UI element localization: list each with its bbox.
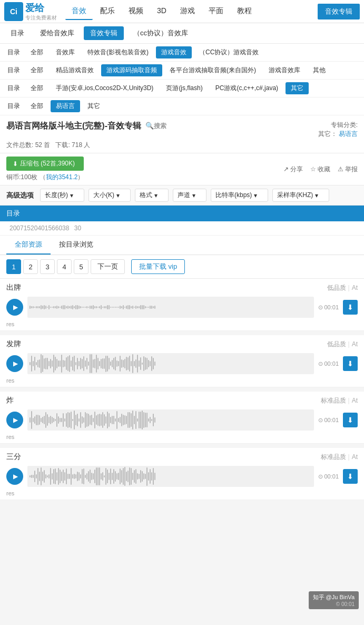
- coins-link[interactable]: 我的3541.2: [46, 173, 78, 181]
- filter-label-1[interactable]: 目录: [4, 46, 23, 58]
- nav-item-music[interactable]: 配乐: [94, 3, 121, 20]
- filter-all-2[interactable]: 全部: [25, 64, 48, 76]
- filter-premium[interactable]: 精品游戏音效: [51, 64, 99, 76]
- page-2[interactable]: 2: [23, 259, 38, 274]
- sub-nav-album[interactable]: 音效专辑: [84, 26, 124, 40]
- nav-item-video[interactable]: 视频: [122, 3, 150, 20]
- warning-icon: ⚠: [338, 165, 343, 173]
- sub-nav-aigei[interactable]: 爱给音效库: [34, 26, 81, 40]
- divider-3: |: [348, 453, 350, 461]
- sound-item-3: 三分 标准品质 | At ▶ ⊙ 00:01 ⬇: [0, 448, 364, 500]
- search-album-btn[interactable]: 音效专辑: [318, 4, 360, 19]
- filter-mobile[interactable]: 手游(安卓,ios,Cocos2D-X,Unity3D): [51, 82, 159, 94]
- samplerate-select[interactable]: 采样率(KHZ) ▾: [272, 189, 329, 202]
- at-label-2: At: [352, 397, 358, 404]
- filter-game-sfx[interactable]: 游戏音效: [156, 46, 192, 58]
- length-select[interactable]: 长度(秒) ▾: [40, 189, 84, 202]
- directory-entry[interactable]: 20071520401566038 30: [0, 221, 364, 236]
- download-icon-2: ⬇: [347, 416, 353, 424]
- sound-header-3: 三分 标准品质 | At: [0, 448, 364, 464]
- sound-player-2: ▶ ⊙ 00:01 ⬇: [0, 407, 364, 433]
- filter-game-lib[interactable]: 游戏音效库: [263, 64, 306, 76]
- play-button-1[interactable]: ▶: [6, 355, 23, 372]
- star-icon: ☆: [310, 165, 316, 173]
- filter-other-2[interactable]: 其他: [308, 64, 331, 76]
- download-btn-1[interactable]: ⬇: [343, 356, 358, 371]
- filter-sfx[interactable]: 特效音(影视包装音效): [82, 46, 154, 58]
- report-link[interactable]: ⚠ 举报: [338, 165, 358, 174]
- play-button-3[interactable]: ▶: [6, 468, 23, 485]
- sound-duration-1: ⊙ 00:01: [318, 360, 339, 367]
- download-btn-2[interactable]: ⬇: [343, 413, 358, 427]
- download-btn-3[interactable]: ⬇: [343, 469, 358, 484]
- logo: Ci 爱给 专注免费素材: [4, 2, 57, 22]
- sound-res-0: res: [0, 320, 364, 330]
- sub-nav-cc[interactable]: （cc协议）音效库: [127, 26, 194, 40]
- sub-nav-catalog[interactable]: 目录: [4, 26, 31, 40]
- album-classify: 专辑分类: 其它： 易语言: [318, 121, 358, 139]
- page-1[interactable]: 1: [6, 259, 21, 274]
- sound-res-1: res: [0, 376, 364, 387]
- sound-quality-1: 低品质 | At: [327, 340, 358, 349]
- sound-name-2: 炸: [6, 396, 14, 405]
- collect-link[interactable]: ☆ 收藏: [310, 165, 330, 174]
- filter-cc-game[interactable]: （CC协议）游戏音效: [194, 46, 264, 58]
- sound-duration-2: ⊙ 00:01: [318, 417, 339, 424]
- play-button-2[interactable]: ▶: [6, 412, 23, 428]
- page-4[interactable]: 4: [57, 259, 72, 274]
- play-icon-2: ▶: [13, 416, 18, 424]
- nav-item-3d[interactable]: 3D: [151, 3, 173, 20]
- filter-all-3[interactable]: 全部: [25, 82, 48, 94]
- clock-icon-0: ⊙: [318, 304, 323, 311]
- filter-soundlib[interactable]: 音效库: [51, 46, 80, 58]
- download-zip-btn[interactable]: ⬇ 压缩包 (52首,390K): [6, 157, 84, 171]
- filter-other-4[interactable]: 其它: [82, 100, 105, 112]
- bitrate-select[interactable]: 比特率(kbps) ▾: [211, 189, 268, 202]
- album-classify-link[interactable]: 易语言: [339, 130, 358, 138]
- filter-other-3[interactable]: 其它: [286, 82, 309, 94]
- clock-icon-2: ⊙: [318, 417, 323, 424]
- sound-player-1: ▶ ⊙ 00:01 ⬇: [0, 351, 364, 376]
- adv-label: 高级选项: [6, 191, 34, 200]
- sound-name-3: 三分: [6, 452, 21, 462]
- sound-item-0: 出牌 低品质 | At ▶ ⊙ 00:01 ⬇: [0, 279, 364, 331]
- nav-item-game[interactable]: 游戏: [174, 3, 201, 20]
- waveform-bars-0: [27, 297, 314, 318]
- filter-label-2[interactable]: 目录: [4, 64, 23, 76]
- nav-item-tutorial[interactable]: 教程: [231, 3, 258, 20]
- share-icon: ↗: [283, 165, 289, 173]
- divider-0: |: [348, 284, 350, 291]
- nav-item-flat[interactable]: 平面: [202, 3, 230, 20]
- filter-all-4[interactable]: 全部: [25, 100, 48, 112]
- filter-label-3[interactable]: 目录: [4, 82, 23, 94]
- next-page-btn[interactable]: 下一页: [91, 259, 125, 274]
- filter-row-1: 目录 全部 音效库 特效音(影视包装音效) 游戏音效 （CC协议）游戏音效: [0, 44, 364, 62]
- batch-download-btn[interactable]: 批量下载 vip: [131, 259, 185, 274]
- divider-section-2: [0, 444, 364, 448]
- filter-eylang[interactable]: 易语言: [51, 100, 80, 112]
- nav-item-sound[interactable]: 音效: [65, 3, 93, 20]
- filter-web-game[interactable]: 页游(js,flash): [161, 82, 208, 94]
- directory-bar: 目录: [0, 206, 364, 221]
- tab-all-resources[interactable]: 全部资源: [6, 236, 51, 255]
- sound-header-0: 出牌 低品质 | At: [0, 279, 364, 295]
- file-info: 文件总数: 52 首 下载: 718 人: [6, 141, 358, 150]
- page-5[interactable]: 5: [74, 259, 88, 274]
- filter-all-1[interactable]: 全部: [25, 46, 48, 58]
- share-link[interactable]: ↗ 分享: [283, 165, 303, 174]
- size-select[interactable]: 大小(K) ▾: [88, 189, 131, 202]
- download-btn-0[interactable]: ⬇: [343, 300, 358, 315]
- search-icon[interactable]: 🔍搜索: [145, 122, 166, 131]
- play-button-0[interactable]: ▶: [6, 299, 23, 316]
- format-select[interactable]: 格式 ▾: [135, 189, 169, 202]
- tab-by-directory[interactable]: 按目录浏览: [51, 236, 102, 255]
- filter-source-extract[interactable]: 游戏源码抽取音频: [101, 64, 162, 76]
- filter-label-4[interactable]: 目录: [4, 100, 23, 112]
- sound-quality-2: 标准品质 | At: [321, 396, 358, 405]
- page-3[interactable]: 3: [40, 259, 55, 274]
- sound-name-1: 发牌: [6, 339, 21, 349]
- channel-select[interactable]: 声道 ▾: [173, 189, 206, 202]
- filter-pc-game[interactable]: PC游戏(c,c++,c#,java): [210, 82, 283, 94]
- clock-icon-3: ⊙: [318, 473, 323, 480]
- filter-platform[interactable]: 各平台游戏抽取音频(来自国外): [164, 64, 261, 76]
